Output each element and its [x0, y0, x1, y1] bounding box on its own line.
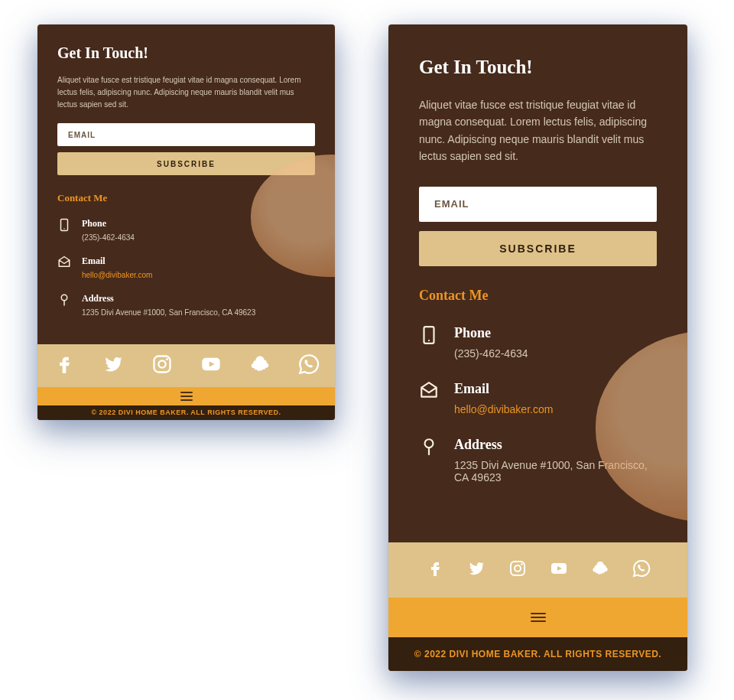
hamburger-icon: [531, 613, 546, 622]
pin-icon: [419, 437, 439, 483]
email-input[interactable]: [57, 123, 315, 146]
contact-heading: Contact Me: [57, 192, 315, 204]
instagram-icon[interactable]: [508, 559, 527, 581]
address-label: Address: [454, 437, 657, 453]
email-label: Email: [454, 381, 553, 397]
email-input[interactable]: [419, 187, 657, 222]
heading: Get In Touch!: [57, 44, 315, 62]
address-block: Address 1235 Divi Avenue #1000, San Fran…: [57, 293, 315, 317]
phone-label: Phone: [454, 325, 528, 341]
copyright-bar: © 2022 DIVI HOME BAKER. ALL RIGHTS RESER…: [37, 405, 335, 420]
address-block: Address 1235 Divi Avenue #1000, San Fran…: [419, 437, 657, 483]
email-block: Email hello@divibaker.com: [419, 381, 657, 415]
address-value: 1235 Divi Avenue #1000, San Francisco, C…: [454, 459, 657, 483]
snapchat-icon[interactable]: [591, 559, 609, 581]
youtube-icon[interactable]: [550, 559, 568, 581]
phone-block: Phone (235)-462-4634: [57, 218, 315, 242]
snapchat-icon[interactable]: [249, 353, 271, 378]
mail-icon: [419, 381, 439, 415]
youtube-icon[interactable]: [200, 353, 222, 378]
twitter-icon[interactable]: [467, 559, 486, 581]
whatsapp-icon[interactable]: [298, 353, 320, 378]
twitter-icon[interactable]: [102, 353, 124, 378]
social-bar: [37, 344, 335, 387]
contact-heading: Contact Me: [419, 288, 657, 304]
mail-icon: [57, 256, 71, 279]
subscribe-button[interactable]: SUBSCRIBE: [57, 152, 315, 175]
phone-value: (235)-462-4634: [82, 233, 135, 242]
instagram-icon[interactable]: [151, 353, 173, 378]
facebook-icon[interactable]: [54, 353, 75, 378]
phone-value: (235)-462-4634: [454, 347, 528, 360]
subscribe-button[interactable]: SUBSCRIBE: [419, 231, 657, 266]
phone-label: Phone: [82, 218, 135, 230]
phone-block: Phone (235)-462-4634: [419, 325, 657, 360]
social-bar: [388, 542, 687, 597]
heading: Get In Touch!: [419, 57, 657, 78]
email-block: Email hello@divibaker.com: [57, 256, 315, 279]
phone-icon: [419, 325, 439, 360]
content: Get In Touch! Aliquet vitae fusce est tr…: [37, 24, 335, 344]
email-label: Email: [82, 256, 152, 267]
email-link[interactable]: hello@divibaker.com: [82, 271, 152, 279]
copyright-bar: © 2022 DIVI HOME BAKER. ALL RIGHTS RESER…: [388, 637, 687, 671]
intro-text: Aliquet vitae fusce est tristique feugia…: [57, 74, 315, 111]
whatsapp-icon[interactable]: [632, 559, 651, 581]
phone-icon: [57, 218, 71, 242]
tablet-preview: Get In Touch! Aliquet vitae fusce est tr…: [37, 24, 335, 420]
facebook-icon[interactable]: [426, 559, 444, 581]
hamburger-icon: [180, 392, 193, 401]
content: Get In Touch! Aliquet vitae fusce est tr…: [388, 24, 687, 525]
menu-toggle[interactable]: [388, 597, 687, 637]
email-link[interactable]: hello@divibaker.com: [454, 403, 553, 415]
menu-toggle[interactable]: [37, 387, 335, 405]
address-value: 1235 Divi Avenue #1000, San Francisco, C…: [82, 308, 255, 317]
pin-icon: [57, 293, 71, 317]
mobile-preview: Get In Touch! Aliquet vitae fusce est tr…: [388, 24, 687, 671]
address-label: Address: [82, 293, 255, 304]
intro-text: Aliquet vitae fusce est tristique feugia…: [419, 96, 657, 165]
